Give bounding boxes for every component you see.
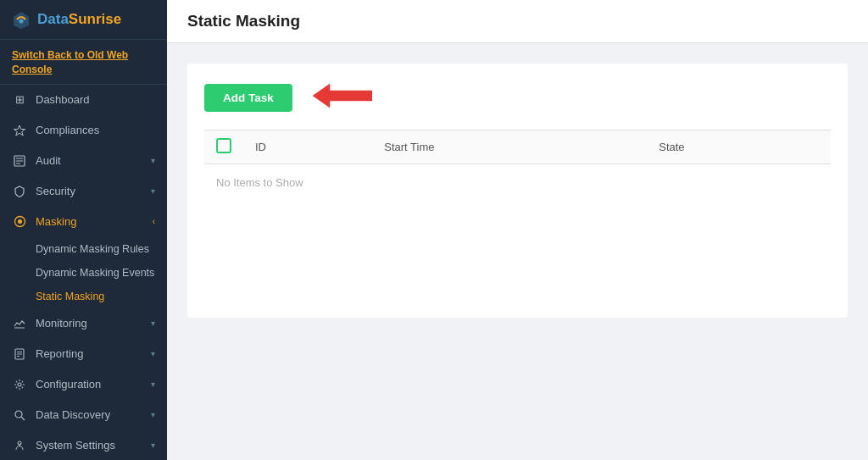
compliances-icon [12, 123, 27, 138]
sidebar: DataSunrise Switch Back to Old Web Conso… [0, 0, 167, 460]
system-settings-icon [12, 438, 27, 453]
sidebar-item-label: Audit [36, 154, 142, 167]
sidebar-item-label: Security [36, 185, 142, 197]
main-content: Static Masking Add Task [167, 0, 868, 460]
chevron-left-icon: ‹ [153, 217, 155, 226]
add-task-button[interactable]: Add Task [204, 84, 292, 112]
empty-message: No Items to Show [204, 164, 831, 202]
logo-icon [12, 10, 31, 29]
table-col-state: State [647, 130, 831, 164]
svg-point-15 [18, 383, 21, 386]
sidebar-item-label: Compliances [36, 124, 155, 136]
sidebar-item-compliances[interactable]: Compliances [0, 115, 167, 146]
add-task-arrow-annotation [313, 80, 372, 114]
chevron-down-icon: ▾ [151, 156, 155, 165]
table-header-row: ID Start Time State [204, 130, 831, 164]
audit-icon [12, 153, 27, 169]
svg-marker-21 [313, 84, 372, 108]
chevron-down-icon: ▾ [151, 319, 155, 328]
svg-point-16 [15, 411, 22, 418]
switch-back-link[interactable]: Switch Back to Old Web Console [12, 48, 155, 77]
table-col-id: ID [243, 130, 372, 164]
sidebar-item-label: Reporting [36, 347, 142, 360]
app-name: DataSunrise [37, 11, 121, 28]
switch-back-section: Switch Back to Old Web Console [0, 40, 167, 85]
sidebar-item-audit[interactable]: Audit ▾ [0, 146, 167, 176]
content-card: Add Task ID Start Time Sta [187, 64, 848, 318]
empty-state-row: No Items to Show [204, 164, 831, 202]
sidebar-item-label: Masking [36, 215, 144, 228]
chevron-down-icon: ▾ [151, 186, 155, 196]
logo: DataSunrise [0, 0, 167, 40]
svg-marker-1 [14, 125, 25, 136]
content-area: Add Task ID Start Time Sta [167, 43, 868, 460]
dashboard-icon: ⊞ [12, 92, 27, 108]
sub-item-label: Dynamic Masking Events [36, 267, 154, 279]
task-table: ID Start Time State No Items to Show [204, 130, 831, 201]
page-header: Static Masking [167, 0, 868, 43]
data-discovery-icon [12, 407, 27, 423]
sidebar-item-system-settings[interactable]: System Settings ▾ [0, 430, 167, 460]
sidebar-item-label: Data Discovery [36, 408, 142, 421]
chevron-down-icon: ▾ [151, 380, 155, 389]
select-all-checkbox[interactable] [216, 138, 231, 153]
sidebar-item-label: Monitoring [36, 317, 142, 330]
sidebar-item-label: Dashboard [36, 93, 155, 106]
svg-line-17 [21, 417, 25, 420]
sidebar-item-label: System Settings [36, 439, 142, 452]
reporting-icon [12, 346, 27, 362]
add-task-row: Add Task [204, 80, 831, 114]
chevron-down-icon: ▾ [151, 441, 155, 450]
table-col-checkbox [204, 130, 243, 164]
sidebar-item-monitoring[interactable]: Monitoring ▾ [0, 308, 167, 339]
security-icon [12, 184, 27, 199]
svg-point-0 [19, 19, 24, 24]
sidebar-sub-item-static-masking[interactable]: Static Masking [0, 285, 167, 308]
sub-item-label: Dynamic Masking Rules [36, 243, 149, 255]
chevron-down-icon: ▾ [151, 349, 155, 358]
svg-point-7 [18, 219, 22, 224]
sidebar-item-label: Configuration [36, 378, 142, 391]
sidebar-item-configuration[interactable]: Configuration ▾ [0, 369, 167, 400]
chevron-down-icon: ▾ [151, 410, 155, 419]
sidebar-item-dashboard[interactable]: ⊞ Dashboard [0, 85, 167, 115]
sidebar-item-data-discovery[interactable]: Data Discovery ▾ [0, 400, 167, 430]
sidebar-sub-item-dynamic-masking-events[interactable]: Dynamic Masking Events [0, 261, 167, 285]
sidebar-item-reporting[interactable]: Reporting ▾ [0, 339, 167, 369]
sidebar-sub-item-dynamic-masking-rules[interactable]: Dynamic Masking Rules [0, 237, 167, 261]
monitoring-icon [12, 316, 27, 331]
sidebar-item-masking[interactable]: Masking ‹ [0, 207, 167, 237]
page-title: Static Masking [187, 12, 848, 30]
configuration-icon [12, 377, 27, 392]
sub-item-label: Static Masking [36, 291, 104, 302]
masking-icon [12, 214, 27, 230]
sidebar-item-security[interactable]: Security ▾ [0, 176, 167, 207]
table-col-start-time: Start Time [372, 130, 647, 164]
